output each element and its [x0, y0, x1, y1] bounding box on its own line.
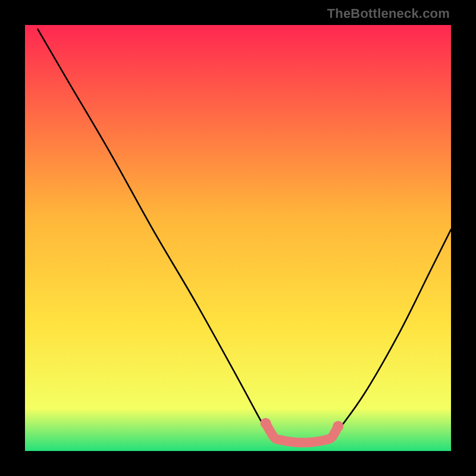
chart-background: [25, 25, 451, 451]
chart-svg: [25, 25, 451, 451]
bottleneck-chart: [25, 25, 451, 451]
bottleneck-marker-end: [261, 418, 271, 428]
bottleneck-marker-end: [333, 421, 343, 431]
watermark-text: TheBottleneck.com: [327, 6, 450, 21]
